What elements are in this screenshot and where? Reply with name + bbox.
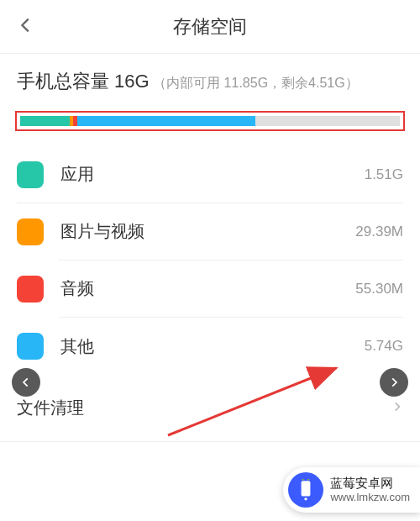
category-icon	[17, 276, 44, 303]
category-size: 55.30M	[355, 281, 403, 297]
capacity-subtitle: （内部可用 11.85G，剩余4.51G）	[153, 76, 359, 90]
highlight-box	[15, 111, 405, 131]
svg-point-5	[308, 479, 310, 481]
bar-segment-free	[255, 116, 400, 126]
category-label: 其他	[60, 335, 365, 358]
page-title: 存储空间	[17, 14, 403, 39]
watermark: 蓝莓安卓网 www.lmkzw.com	[283, 467, 420, 513]
category-row-pictures[interactable]: 图片与视频 29.39M	[59, 203, 403, 260]
category-icon	[17, 161, 44, 188]
file-clean-label: 文件清理	[17, 397, 391, 419]
category-size: 5.74G	[365, 338, 403, 355]
back-icon[interactable]	[17, 16, 35, 38]
category-icon	[17, 218, 44, 245]
svg-point-4	[302, 479, 304, 481]
category-label: 应用	[60, 163, 365, 186]
watermark-logo-icon	[288, 472, 323, 508]
category-list: 应用 1.51G 图片与视频 29.39M 音频 55.30M 其他 5.74G	[0, 146, 420, 375]
category-label: 音频	[60, 277, 355, 300]
storage-usage-bar	[20, 116, 400, 126]
watermark-text: 蓝莓安卓网 www.lmkzw.com	[330, 476, 410, 504]
bar-segment-apps	[20, 116, 70, 126]
bar-segment-other	[77, 116, 255, 126]
file-clean-row[interactable]: 文件清理	[0, 375, 420, 442]
gallery-next-button[interactable]	[380, 368, 408, 397]
category-label: 图片与视频	[60, 220, 355, 243]
watermark-title: 蓝莓安卓网	[330, 476, 410, 491]
category-icon	[17, 333, 44, 360]
svg-point-3	[305, 497, 307, 500]
category-size: 29.39M	[355, 224, 403, 240]
watermark-url: www.lmkzw.com	[330, 491, 410, 504]
category-row-audio[interactable]: 音频 55.30M	[59, 260, 403, 318]
main-content: 手机总容量 16G （内部可用 11.85G，剩余4.51G） 应用 1.51G…	[0, 54, 420, 442]
chevron-right-icon	[391, 398, 403, 418]
header: 存储空间	[0, 0, 420, 54]
capacity-section: 手机总容量 16G （内部可用 11.85G，剩余4.51G）	[0, 54, 420, 104]
gallery-prev-button[interactable]	[12, 368, 40, 397]
capacity-heading: 手机总容量 16G	[17, 71, 150, 92]
category-row-apps[interactable]: 应用 1.51G	[17, 146, 403, 203]
svg-rect-2	[302, 481, 311, 496]
category-row-other[interactable]: 其他 5.74G	[59, 318, 403, 375]
category-size: 1.51G	[365, 166, 403, 183]
